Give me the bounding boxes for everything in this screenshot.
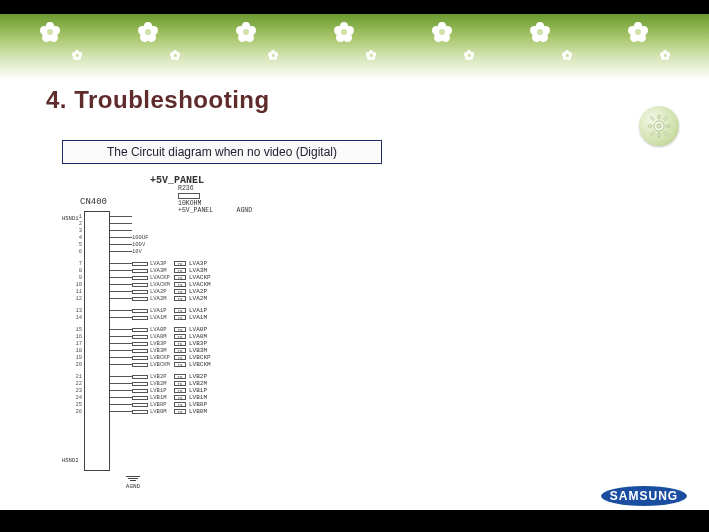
flower-icon — [628, 22, 648, 42]
header-gradient — [0, 14, 709, 80]
svg-rect-7 — [650, 131, 654, 135]
pin-numbers: 1234567891011121314151617181920212223242… — [72, 213, 82, 415]
svg-rect-4 — [666, 125, 670, 127]
svg-rect-2 — [658, 133, 660, 137]
brand-logo: SAMSUNG — [601, 486, 687, 506]
slide: 4. Troubleshooting The Circuit diagram w… — [0, 0, 709, 532]
gear-icon — [639, 106, 679, 146]
resistor-nets: 100UF100V16VLVA3PLVA3MLVACKPLVACKMLVA2PL… — [132, 213, 170, 415]
flower-icon — [562, 50, 572, 60]
subtitle-text: The Circuit diagram when no video (Digit… — [107, 145, 337, 159]
flower-icon — [40, 22, 60, 42]
ground-label: AGND — [118, 483, 148, 490]
resistor-val: 10KOHM — [178, 200, 201, 207]
flower-icon — [366, 50, 376, 60]
flower-icon — [268, 50, 278, 60]
flower-icon — [660, 50, 670, 60]
flower-icon — [170, 50, 180, 60]
svg-rect-5 — [650, 116, 654, 120]
resistor-top: R236 10KOHM +5V_PANEL AGND — [178, 185, 252, 214]
svg-rect-6 — [663, 116, 667, 120]
svg-point-9 — [657, 124, 661, 128]
flower-icon — [530, 22, 550, 42]
connector-outline — [84, 211, 110, 471]
circuit-diagram: +5V_PANEL CN400 R236 10KOHM +5V_PANEL AG… — [58, 175, 328, 497]
flower-icon — [432, 22, 452, 42]
resistor-ref: R236 — [178, 185, 194, 192]
side-ref-2: HSND2 — [62, 457, 79, 464]
svg-rect-8 — [663, 131, 667, 135]
subtitle-box: The Circuit diagram when no video (Digit… — [62, 140, 382, 164]
flower-icon — [138, 22, 158, 42]
svg-rect-1 — [658, 115, 660, 119]
bottom-black-bar — [0, 510, 709, 532]
flower-icon — [334, 22, 354, 42]
flower-icon — [72, 50, 82, 60]
page-title: 4. Troubleshooting — [46, 86, 270, 114]
wires — [110, 213, 132, 415]
ground-symbol: AGND — [118, 475, 148, 490]
flower-icon — [464, 50, 474, 60]
brand-name: SAMSUNG — [601, 486, 687, 506]
net-names: TNLVA3PTNLVA3MTNLVACKPTNLVACKMTNLVA2PTNL… — [174, 213, 244, 415]
connector-label: CN400 — [80, 197, 107, 207]
top-black-bar — [0, 0, 709, 14]
flower-icon — [236, 22, 256, 42]
svg-rect-3 — [648, 125, 652, 127]
